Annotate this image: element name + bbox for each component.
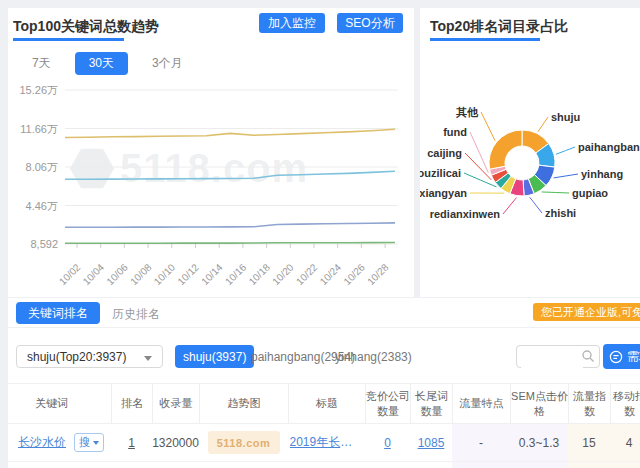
svg-text:10/06: 10/06 [104, 261, 130, 287]
cell-trend: 5118.com [199, 424, 288, 461]
cell-index-count: 1320000 [152, 424, 199, 461]
svg-text:8.06万: 8.06万 [26, 161, 58, 173]
svg-text:xiangyan: xiangyan [420, 187, 467, 199]
search-input[interactable] [521, 347, 583, 368]
svg-text:10/24: 10/24 [318, 261, 344, 287]
cell-sem-price: 0.3~1.3 [510, 424, 568, 461]
col-index-count: 收录量 [152, 384, 199, 423]
svg-text:redianxinwen: redianxinwen [430, 208, 501, 220]
trend-line-chart: 8,5924.46万8.06万11.66万15.26万10/0210/0410/… [8, 8, 414, 297]
col-mobile-index: 移动指数 [610, 384, 640, 423]
col-title: 标题 [288, 384, 365, 423]
chevron-down-icon [93, 441, 99, 445]
keyword-pill-shuju[interactable]: shuju(3937) [175, 345, 254, 368]
cell-mobile-index: 4 [610, 424, 640, 461]
divider [8, 327, 640, 328]
table-filler [8, 462, 640, 468]
svg-text:10/18: 10/18 [247, 261, 273, 287]
dropdown-value: shuju(Top20:3937) [27, 350, 126, 364]
keyword-group-dropdown[interactable]: shuju(Top20:3937) [16, 345, 163, 368]
cell-traffic-feature: - [452, 424, 510, 461]
col-trend: 趋势图 [199, 384, 288, 423]
svg-text:10/04: 10/04 [81, 261, 107, 287]
trend-sparkline-watermark: 5118.com [208, 431, 280, 454]
svg-text:其他: 其他 [455, 106, 479, 119]
table-search-box [516, 345, 600, 368]
cell-keyword: 长沙水价 搜 [8, 424, 111, 461]
demand-chat-icon [609, 350, 623, 364]
svg-text:10/26: 10/26 [341, 261, 367, 287]
col-rank: 排名 [111, 384, 152, 423]
directory-donut-chart: shujupaihangbangyinhanggupiaozhishiredia… [420, 8, 640, 297]
col-longtail: 长尾词数量 [410, 384, 452, 423]
svg-text:10/20: 10/20 [270, 261, 296, 287]
svg-text:gupiao: gupiao [572, 187, 608, 199]
svg-text:10/22: 10/22 [294, 261, 320, 287]
svg-text:10/14: 10/14 [199, 261, 225, 287]
svg-text:10/28: 10/28 [365, 261, 391, 287]
seo-dashboard: Top100关键词总数趋势 加入监控 SEO分析 7天 30天 3个月 5118… [0, 0, 640, 468]
svg-text:yinhang: yinhang [581, 168, 623, 180]
svg-text:10/08: 10/08 [128, 261, 154, 287]
svg-text:10/16: 10/16 [223, 261, 249, 287]
cell-traffic-index: 15 [568, 424, 610, 461]
enterprise-notice-badge: 您已开通企业版,可免费使 [533, 303, 640, 321]
tab-keyword-ranking[interactable]: 关键词排名 [16, 302, 100, 324]
table-header: 关键词 排名 收录量 趋势图 标题 竞价公司数量 长尾词数量 流量特点 SEM点… [8, 383, 640, 424]
svg-text:10/10: 10/10 [152, 261, 178, 287]
search-icon[interactable] [581, 349, 595, 363]
cell-title: 2019年长沙水费... [288, 424, 365, 461]
svg-text:caijing: caijing [427, 147, 462, 159]
cell-bid-companies: 0 [365, 424, 410, 461]
col-keyword: 关键词 [8, 384, 111, 423]
trend-panel: Top100关键词总数趋势 加入监控 SEO分析 7天 30天 3个月 5118… [8, 8, 414, 297]
cell-longtail: 1085 [410, 424, 452, 461]
cell-rank: 1 [111, 424, 152, 461]
svg-text:11.66万: 11.66万 [20, 123, 58, 135]
col-sem-price: SEM点击价格 [510, 384, 568, 423]
chevron-down-icon [144, 356, 152, 361]
svg-text:paihangbang: paihangbang [578, 141, 640, 153]
demand-button[interactable]: 需求 [603, 344, 640, 369]
mini-search-button[interactable]: 搜 [74, 433, 104, 452]
col-bid-companies: 竞价公司数量 [365, 384, 410, 423]
svg-text:zhishi: zhishi [545, 207, 576, 219]
svg-text:15.26万: 15.26万 [19, 84, 58, 96]
table-row: 长沙水价 搜 1 1320000 5118.com 2019年长沙水费... 0… [8, 424, 640, 462]
directory-panel: Top20排名词目录占比 shujupaihangbangyinhanggupi… [420, 8, 640, 297]
keyword-link[interactable]: 长沙水价 [18, 434, 66, 451]
svg-text:8,592: 8,592 [30, 238, 58, 250]
svg-text:4.46万: 4.46万 [26, 200, 58, 212]
col-traffic-index: 流量指数 [568, 384, 610, 423]
tab-history-ranking[interactable]: 历史排名 [112, 306, 160, 323]
svg-text:fund: fund [443, 126, 467, 138]
ranking-panel: 关键词排名 历史排名 您已开通企业版,可免费使 shuju(Top20:3937… [8, 298, 640, 468]
keyword-pill-yinhang[interactable]: yinhang(2383) [335, 350, 412, 364]
svg-text:10/02: 10/02 [57, 261, 83, 287]
result-title-link[interactable]: 2019年长沙水费... [290, 434, 364, 451]
svg-text:10/12: 10/12 [175, 261, 201, 287]
svg-text:shuju: shuju [551, 111, 580, 123]
col-traffic-feature: 流量特点 [452, 384, 510, 423]
svg-text:touzilicai: touzilicai [420, 167, 461, 179]
